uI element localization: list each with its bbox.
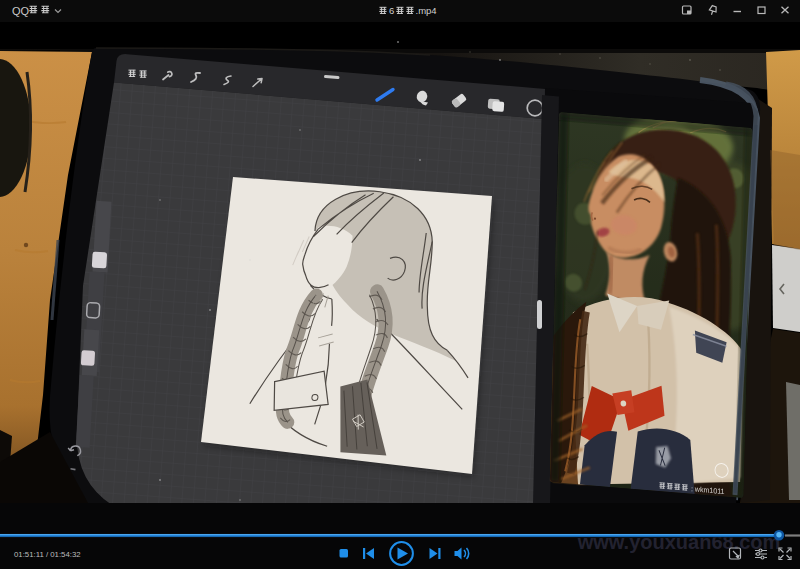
svg-text:QQ: QQ xyxy=(12,5,30,17)
svg-text:01:51:11 / 01:54:32: 01:51:11 / 01:54:32 xyxy=(14,550,81,559)
svg-text:.mp4: .mp4 xyxy=(416,5,437,16)
svg-text:6: 6 xyxy=(389,5,394,16)
